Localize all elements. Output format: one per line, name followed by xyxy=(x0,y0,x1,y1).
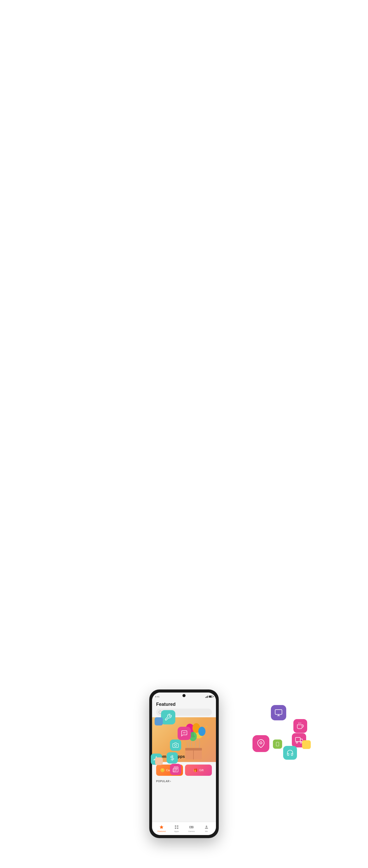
svg-point-30 xyxy=(296,742,298,743)
svg-text:✦: ✦ xyxy=(206,726,208,728)
nav-item-apps[interactable]: Apps xyxy=(169,825,184,833)
camera-notch xyxy=(182,694,186,697)
svg-point-8 xyxy=(198,727,206,736)
svg-rect-32 xyxy=(276,742,279,746)
floating-icon-headset xyxy=(283,746,297,760)
svg-point-31 xyxy=(300,742,302,743)
gift-button[interactable]: 🎁 Gift xyxy=(185,765,212,776)
svg-rect-22 xyxy=(275,710,282,714)
floating-icon-video xyxy=(271,705,286,720)
person-icon xyxy=(204,825,209,830)
floating-icon-map xyxy=(252,735,269,752)
floating-icon-phone-tablet xyxy=(273,740,282,749)
floating-icon-peach xyxy=(155,757,163,765)
svg-rect-13 xyxy=(175,825,176,827)
floating-icon-dollar xyxy=(166,752,178,764)
nav-item-me[interactable]: Me xyxy=(199,825,214,833)
status-bar: 9:41 xyxy=(152,692,216,700)
battery-icon xyxy=(209,695,213,698)
floating-icon-blue-sm xyxy=(155,717,163,725)
popular-section: POPULAR › xyxy=(152,778,216,786)
svg-point-20 xyxy=(175,744,177,746)
nav-item-featured[interactable]: Featured xyxy=(154,825,169,833)
gift-label: Gift xyxy=(199,769,204,772)
floating-icon-news xyxy=(170,764,181,775)
svg-rect-16 xyxy=(177,828,178,829)
nav-label-featured: Featured xyxy=(157,830,165,833)
gamepad-icon xyxy=(189,825,194,830)
coin-icon: 🪙 xyxy=(160,768,164,772)
star-icon xyxy=(159,825,164,830)
svg-point-28 xyxy=(260,742,262,744)
floating-icon-chat xyxy=(178,727,191,740)
svg-rect-29 xyxy=(296,738,300,742)
grid-icon xyxy=(174,825,179,830)
gift-icon: 🎁 xyxy=(193,768,197,772)
floating-icon-camera xyxy=(170,740,181,751)
svg-rect-14 xyxy=(177,825,178,827)
signal-icon xyxy=(205,695,208,698)
nav-label-games: Games xyxy=(188,830,195,833)
svg-rect-15 xyxy=(175,828,176,829)
floating-icon-wrench xyxy=(161,710,175,724)
nav-label-apps: Apps xyxy=(174,830,179,833)
status-time: 9:41 xyxy=(155,695,160,698)
bottom-navigation: Featured Apps xyxy=(152,822,216,835)
popular-label: POPULAR xyxy=(156,780,170,783)
svg-text:✦: ✦ xyxy=(208,737,209,738)
svg-text:✦: ✦ xyxy=(184,725,185,726)
floating-icon-fitness xyxy=(294,719,307,733)
nav-item-games[interactable]: Games xyxy=(184,825,199,833)
popular-header[interactable]: POPULAR › xyxy=(156,780,212,783)
status-right xyxy=(205,695,213,698)
nav-label-me: Me xyxy=(205,830,208,833)
popular-arrow: › xyxy=(170,780,171,783)
app-title: Featured xyxy=(156,702,212,707)
floating-icon-yellow-sm xyxy=(302,740,311,749)
